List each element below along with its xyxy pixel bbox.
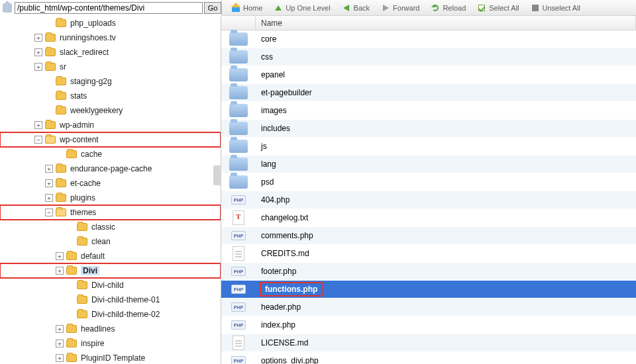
folder-tree[interactable]: php_uploads+runningshoes.tv+slack_redire… [0, 16, 221, 364]
toolbar-unselect_all-button[interactable]: Unselect All [525, 1, 585, 15]
expand-icon[interactable]: + [56, 267, 64, 275]
tree-node[interactable]: +sr [0, 60, 221, 74]
tree-node[interactable]: clean [0, 234, 221, 249]
tree-node-label: runningshoes.tv [60, 33, 116, 42]
file-name: epanel [261, 70, 285, 79]
tree-node-label: php_uploads [70, 19, 116, 28]
folder-icon [229, 86, 248, 99]
column-name[interactable]: Name [256, 16, 636, 30]
tree-node[interactable]: +slack_redirect [0, 45, 221, 60]
tree-node[interactable]: +inspire [0, 336, 221, 351]
tree-node[interactable]: cache [0, 147, 221, 161]
expand-icon[interactable]: + [34, 63, 42, 71]
collapse-icon[interactable]: − [45, 208, 53, 216]
back-icon [343, 5, 349, 11]
expand-icon[interactable]: + [45, 165, 53, 173]
toolbar-reload-button[interactable]: Reload [425, 1, 470, 15]
tree-node[interactable]: stats [0, 89, 221, 103]
toggle-spacer [45, 92, 53, 100]
text-file-icon [233, 210, 244, 225]
file-row[interactable]: epanel [221, 66, 636, 84]
tree-node[interactable]: Divi-child [0, 278, 221, 293]
tree-node-label: weeklygeekery [70, 106, 123, 115]
file-row[interactable]: core [221, 30, 636, 48]
expand-icon[interactable]: + [56, 252, 64, 260]
file-row[interactable]: et-pagebuilder [221, 84, 636, 102]
php-file-icon: PHP [231, 267, 246, 276]
tree-node[interactable]: +default [0, 249, 221, 263]
php-file-icon: PHP [231, 302, 246, 312]
file-row[interactable]: PHPindex.php [221, 316, 636, 334]
toolbar-forward-button[interactable]: Forward [376, 1, 424, 15]
tree-node[interactable]: +headlines [0, 322, 221, 336]
tree-node[interactable]: +endurance-page-cache [0, 161, 221, 176]
folder-icon [77, 223, 87, 231]
tree-node[interactable]: +PluginID Template [0, 351, 221, 364]
expand-icon[interactable]: + [45, 179, 53, 187]
file-row[interactable]: PHPheader.php [221, 298, 636, 316]
tree-node[interactable]: −wp-content [0, 132, 221, 147]
expand-icon[interactable]: + [56, 354, 64, 362]
tree-node[interactable]: php_uploads [0, 16, 221, 30]
toolbar-back-button[interactable]: Back [337, 1, 374, 15]
tree-node[interactable]: Divi-child-theme-01 [0, 293, 221, 307]
toolbar-reload-label: Reload [443, 4, 466, 12]
folder-icon [56, 107, 66, 114]
file-name: lang [261, 159, 276, 169]
tree-node[interactable]: −themes [0, 205, 221, 220]
tree-node[interactable]: +plugins [0, 191, 221, 205]
file-row[interactable]: LICENSE.md [221, 334, 636, 352]
file-row[interactable]: images [221, 102, 636, 120]
expand-icon[interactable]: + [56, 340, 64, 347]
folder-icon [229, 122, 248, 135]
toolbar-unselect_all-label: Unselect All [543, 4, 580, 12]
toggle-spacer [45, 77, 53, 85]
file-row[interactable]: PHP404.php [221, 191, 636, 209]
file-row[interactable]: changelog.txt [221, 209, 636, 227]
folder-icon [77, 310, 87, 318]
collapse-icon[interactable]: − [34, 136, 42, 144]
tree-node-label: stats [70, 91, 87, 101]
file-name: changelog.txt [261, 213, 308, 222]
file-row[interactable]: PHPfunctions.php [221, 281, 636, 298]
expand-icon[interactable]: + [45, 194, 53, 202]
file-row[interactable]: lang [221, 156, 636, 173]
splitter-handle[interactable] [213, 165, 221, 185]
toolbar-up-button[interactable]: Up One Level [268, 1, 335, 15]
toolbar-home-button[interactable]: Home [226, 1, 267, 15]
php-file-icon: PHP [231, 285, 246, 294]
file-row[interactable]: psd [221, 173, 636, 191]
reload-icon [432, 5, 439, 11]
toolbar-up-label: Up One Level [286, 4, 330, 12]
file-row[interactable]: css [221, 48, 636, 66]
home-icon[interactable] [3, 3, 12, 13]
toolbar-select_all-button[interactable]: Select All [472, 1, 523, 15]
tree-node[interactable]: classic [0, 220, 221, 234]
file-row[interactable]: PHPfooter.php [221, 263, 636, 281]
expand-icon[interactable]: + [56, 325, 64, 333]
folder-icon [56, 77, 66, 85]
file-row[interactable]: CREDITS.md [221, 245, 636, 263]
go-button[interactable]: Go [204, 2, 221, 14]
expand-icon[interactable]: + [34, 48, 42, 56]
toolbar-back-label: Back [354, 4, 370, 12]
tree-node[interactable]: +runningshoes.tv [0, 30, 221, 45]
expand-icon[interactable]: + [34, 121, 42, 129]
path-input[interactable] [15, 2, 203, 14]
file-row[interactable]: js [221, 138, 636, 156]
tree-node[interactable]: +et-cache [0, 176, 221, 191]
folder-icon [56, 165, 66, 173]
file-row[interactable]: includes [221, 120, 636, 138]
folder-icon [77, 296, 87, 304]
file-row[interactable]: PHPoptions_divi.php [221, 352, 636, 364]
php-file-icon: PHP [231, 195, 246, 205]
tree-node[interactable]: Divi-child-theme-02 [0, 307, 221, 322]
expand-icon[interactable]: + [34, 34, 42, 42]
tree-node[interactable]: staging-g2g [0, 74, 221, 89]
tree-node[interactable]: weeklygeekery [0, 103, 221, 118]
tree-node[interactable]: +wp-admin [0, 118, 221, 132]
php-file-icon: PHP [231, 356, 246, 364]
tree-node-label: cache [81, 150, 102, 159]
tree-node[interactable]: +Divi [0, 263, 221, 278]
file-row[interactable]: PHPcomments.php [221, 227, 636, 245]
